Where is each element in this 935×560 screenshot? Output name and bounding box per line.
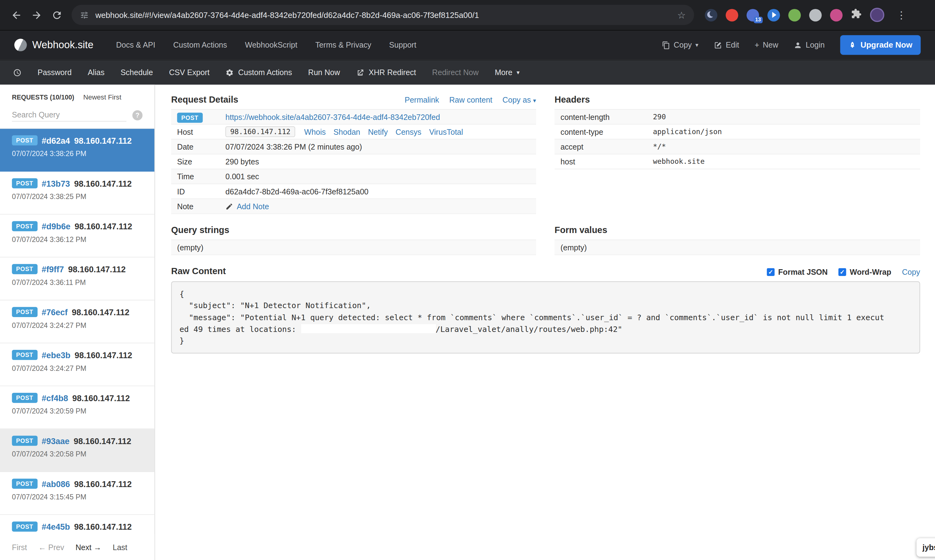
- login-button[interactable]: Login: [794, 40, 825, 49]
- extension-icon[interactable]: [705, 9, 718, 21]
- reload-icon: [51, 9, 62, 21]
- pagination-first[interactable]: First: [12, 543, 27, 552]
- tune-icon[interactable]: [80, 11, 89, 20]
- extension-icon[interactable]: [767, 9, 780, 21]
- sort-order-toggle[interactable]: Newest First: [83, 94, 121, 101]
- pagination: First ← Prev Next → Last: [0, 534, 154, 560]
- extension-icon[interactable]: [809, 9, 822, 21]
- request-list-item[interactable]: POST#cf4b898.160.147.112 07/07/2024 3:20…: [0, 386, 154, 429]
- csv-export-button[interactable]: CSV Export: [169, 68, 209, 77]
- virustotal-link[interactable]: VirusTotal: [429, 127, 463, 136]
- edit-button[interactable]: Edit: [714, 40, 739, 49]
- search-input[interactable]: [12, 108, 126, 122]
- request-url-link[interactable]: https://webhook.site/a4ab2607-3764-4d4e-…: [225, 112, 440, 122]
- table-row: Size 290 bytes: [171, 154, 536, 169]
- table-row: Host 98.160.147.112 Whois Shodan Netify …: [171, 124, 536, 139]
- crescent-icon: [707, 11, 714, 18]
- redirect-now-button[interactable]: Redirect Now: [432, 68, 479, 77]
- permalink-link[interactable]: Permalink: [405, 95, 439, 105]
- overlay-tooltip: jybsy: [917, 538, 935, 557]
- forward-button[interactable]: [26, 5, 47, 25]
- checkbox-checked-icon[interactable]: ✓: [838, 268, 846, 276]
- schedule-button[interactable]: Schedule: [120, 68, 153, 77]
- nav-link-support[interactable]: Support: [389, 40, 416, 49]
- request-id: #f9ff7: [42, 264, 64, 274]
- method-badge: POST: [12, 264, 38, 274]
- xhr-redirect-button[interactable]: XHR Redirect: [356, 68, 416, 77]
- nav-link-docs-api[interactable]: Docs & API: [116, 40, 155, 49]
- profile-avatar[interactable]: [870, 8, 884, 22]
- request-list-item[interactable]: POST#f9ff798.160.147.112 07/07/2024 3:36…: [0, 257, 154, 300]
- request-date: 07/07/2024 3:38:26 PM: [12, 149, 143, 158]
- redacted-area: [301, 324, 436, 333]
- back-button[interactable]: [6, 5, 26, 25]
- method-badge: POST: [177, 112, 203, 123]
- request-list-item[interactable]: POST#ebe3b98.160.147.112 07/07/2024 3:24…: [0, 343, 154, 386]
- copy-as-dropdown[interactable]: Copy as ▾: [502, 95, 536, 105]
- whois-link[interactable]: Whois: [304, 127, 326, 136]
- request-ip: 98.160.147.112: [74, 221, 132, 231]
- url-text[interactable]: webhook.site/#!/view/a4ab2607-3764-4d4e-…: [96, 11, 678, 20]
- user-icon: [794, 41, 802, 49]
- extensions-puzzle-icon[interactable]: [851, 8, 862, 22]
- request-list-item[interactable]: POST#d62a498.160.147.112 07/07/2024 3:38…: [0, 129, 154, 172]
- bookmark-star-icon[interactable]: ☆: [677, 9, 686, 21]
- extension-icon[interactable]: [726, 9, 738, 21]
- url-bar[interactable]: webhook.site/#!/view/a4ab2607-3764-4d4e-…: [71, 5, 694, 25]
- rocket-icon: [849, 41, 856, 49]
- pagination-prev[interactable]: ← Prev: [39, 543, 64, 552]
- shodan-link[interactable]: Shodan: [334, 127, 360, 136]
- size-value: 290 bytes: [225, 157, 259, 166]
- nav-link-terms-privacy[interactable]: Terms & Privacy: [315, 40, 371, 49]
- caret-down-icon: ▾: [533, 97, 536, 103]
- request-list-item[interactable]: POST#4e45b98.160.147.112 07/07/2024 3:15…: [0, 515, 154, 534]
- pagination-last[interactable]: Last: [112, 543, 127, 552]
- password-button[interactable]: Password: [37, 68, 71, 77]
- add-note-link[interactable]: Add Note: [237, 202, 269, 211]
- extension-icon[interactable]: 13: [747, 9, 759, 21]
- request-ip: 98.160.147.112: [72, 307, 129, 317]
- time-value: 0.001 sec: [225, 172, 259, 181]
- request-date: 07/07/2024 3:36:11 PM: [12, 278, 143, 287]
- table-row: ID d62a4dc7-8b2d-469a-ac06-7f3ef8125a00: [171, 183, 536, 198]
- reload-button[interactable]: [46, 5, 67, 25]
- upgrade-now-button[interactable]: Upgrade Now: [840, 35, 921, 55]
- history-clock-button[interactable]: [13, 68, 22, 77]
- word-wrap-checkbox[interactable]: ✓ Word-Wrap: [838, 268, 892, 277]
- censys-link[interactable]: Censys: [396, 127, 421, 136]
- pagination-next[interactable]: Next →: [75, 543, 102, 552]
- request-list-item[interactable]: POST#d9b6e98.160.147.112 07/07/2024 3:36…: [0, 214, 154, 257]
- request-list-item[interactable]: POST#ab08698.160.147.112 07/07/2024 3:15…: [0, 472, 154, 515]
- header-value: 290: [653, 112, 666, 121]
- extensions-area: 13 ⋮: [705, 8, 910, 22]
- copy-raw-link[interactable]: Copy: [902, 268, 920, 277]
- requests-count-title: REQUESTS (10/100): [12, 94, 74, 101]
- run-now-button[interactable]: Run Now: [308, 68, 340, 77]
- extension-icon[interactable]: [789, 9, 801, 21]
- raw-json: { "subject": "N+1 Detector Notification"…: [179, 288, 912, 346]
- checkbox-checked-icon[interactable]: ✓: [767, 268, 775, 276]
- table-row: Time 0.001 sec: [171, 169, 536, 183]
- nav-link-custom-actions[interactable]: Custom Actions: [173, 40, 227, 49]
- browser-menu-button[interactable]: ⋮: [893, 9, 910, 21]
- more-button[interactable]: More ▾: [495, 68, 519, 77]
- format-json-checkbox[interactable]: ✓ Format JSON: [767, 268, 828, 277]
- help-icon[interactable]: ?: [132, 110, 143, 120]
- request-list-item[interactable]: POST#13b7398.160.147.112 07/07/2024 3:38…: [0, 172, 154, 214]
- nav-right: Copy ▾ Edit + New Login Upgrade Now: [662, 35, 921, 55]
- extension-icon[interactable]: [830, 9, 843, 21]
- nav-link-webhookscript[interactable]: WebhookScript: [245, 40, 297, 49]
- request-list-item[interactable]: POST#76ecf98.160.147.112 07/07/2024 3:24…: [0, 300, 154, 343]
- request-list-item[interactable]: POST#93aae98.160.147.112 07/07/2024 3:20…: [0, 429, 154, 472]
- request-details-title: Request Details: [171, 94, 238, 105]
- copy-menu-button[interactable]: Copy ▾: [662, 40, 698, 49]
- empty-row: (empty): [555, 240, 920, 254]
- custom-actions-button[interactable]: Custom Actions: [226, 68, 292, 77]
- brand[interactable]: Webhook.site: [14, 38, 93, 51]
- request-date: 07/07/2024 3:15:45 PM: [12, 493, 143, 501]
- raw-content-link[interactable]: Raw content: [449, 95, 492, 105]
- alias-button[interactable]: Alias: [88, 68, 105, 77]
- new-button[interactable]: + New: [755, 40, 778, 49]
- request-date: 07/07/2024 3:20:59 PM: [12, 407, 143, 415]
- netify-link[interactable]: Netify: [368, 127, 388, 136]
